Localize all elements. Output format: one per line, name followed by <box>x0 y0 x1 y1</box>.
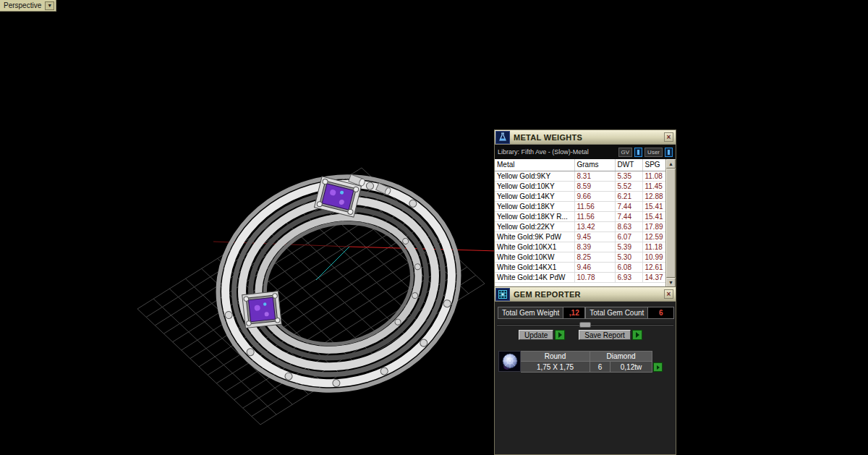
close-icon[interactable]: × <box>664 132 673 142</box>
table-row[interactable]: White Gold:14KX1 9.46 6.08 12.61 <box>495 262 676 272</box>
gem-buttons-row: Update Save Report <box>519 330 676 340</box>
panel-splitter <box>495 321 676 328</box>
gv-indicator-icon[interactable] <box>634 148 642 157</box>
gv-button[interactable]: GV <box>618 148 633 157</box>
total-gem-weight-label: Total Gem Weight <box>498 307 563 319</box>
save-report-play-icon[interactable] <box>632 330 642 340</box>
chevron-down-icon[interactable]: ▼ <box>45 1 54 10</box>
purple-gem <box>249 297 276 321</box>
scrollbar-thumb[interactable] <box>666 169 676 278</box>
gem-value-row[interactable]: 1,75 X 1,75 6 0,12tw <box>521 362 663 373</box>
user-indicator-icon[interactable] <box>665 148 673 157</box>
gem-station-left[interactable] <box>242 292 282 328</box>
col-dwt[interactable]: DWT <box>615 159 642 171</box>
metal-weights-title: METAL WEIGHTS <box>514 133 582 142</box>
gem-type-header[interactable]: Diamond <box>590 351 652 362</box>
total-gem-count-value: 6 <box>648 307 674 319</box>
viewport-tab-label: Perspective <box>4 1 41 9</box>
gem-reporter-icon <box>495 288 510 301</box>
table-row[interactable]: White Gold:10KX1 8.39 5.39 11.18 <box>495 242 676 252</box>
close-icon[interactable]: × <box>664 289 673 299</box>
library-bar: Library: Fifth Ave - (Slow)-Metal GV Use… <box>495 145 676 159</box>
gem-reporter-panel: GEM REPORTER × Total Gem Weight ,12 Tota… <box>494 286 676 455</box>
gem-weight-cell[interactable]: 0,12tw <box>610 362 652 373</box>
update-button[interactable]: Update <box>519 330 553 340</box>
gem-shape-header[interactable]: Round <box>521 351 590 362</box>
table-row[interactable]: Yellow Gold:22KY 13.42 8.63 17.89 <box>495 221 676 231</box>
scroll-up-icon[interactable]: ▲ <box>666 159 676 169</box>
gem-count-cell[interactable]: 6 <box>590 362 610 373</box>
gem-reporter-title: GEM REPORTER <box>514 290 581 299</box>
table-row[interactable]: White Gold:14K PdW 10.78 6.93 14.37 <box>495 272 676 282</box>
col-metal[interactable]: Metal <box>495 159 574 171</box>
save-report-button[interactable]: Save Report <box>579 330 631 340</box>
table-row[interactable]: Yellow Gold:18KY 11.56 7.44 15.41 <box>495 201 676 211</box>
gem-reporter-titlebar[interactable]: GEM REPORTER × <box>495 287 676 302</box>
viewport-3d[interactable] <box>0 0 868 455</box>
vertical-scrollbar[interactable]: ▲ ▼ <box>665 159 676 287</box>
metal-table: Metal Grams DWT SPG Yellow Gold:9KY 8.31… <box>495 159 676 287</box>
user-button[interactable]: User <box>644 148 663 157</box>
gem-stats-row: Total Gem Weight ,12 Total Gem Count 6 <box>498 307 673 319</box>
table-row[interactable]: White Gold:10KW 8.25 5.30 10.99 <box>495 252 676 262</box>
table-row[interactable]: Yellow Gold:10KY 8.59 5.52 11.45 <box>495 181 676 191</box>
table-row[interactable]: Yellow Gold:9KY 8.31 5.35 11.08 <box>495 171 676 181</box>
viewport-tab[interactable]: Perspective ▼ <box>0 0 56 12</box>
metal-table-header[interactable]: Metal Grams DWT SPG <box>495 159 676 171</box>
table-row[interactable]: Yellow Gold:18KY R... 11.56 7.44 15.41 <box>495 211 676 221</box>
metal-table-body: Yellow Gold:9KY 8.31 5.35 11.08 Yellow G… <box>495 171 676 282</box>
table-row[interactable]: White Gold:9K PdW 9.45 6.07 12.59 <box>495 231 676 242</box>
gem-header-row[interactable]: Round Diamond <box>521 351 663 362</box>
gem-thumbnail[interactable] <box>498 351 521 372</box>
gem-row-play-icon[interactable] <box>653 362 663 372</box>
gem-summary-table: Round Diamond 1,75 X 1,75 6 0,12tw <box>498 351 676 373</box>
update-play-icon[interactable] <box>555 330 565 340</box>
table-row[interactable]: Yellow Gold:14KY 9.66 6.21 12.88 <box>495 191 676 201</box>
col-grams[interactable]: Grams <box>574 159 615 171</box>
library-label: Library: Fifth Ave - (Slow)-Metal <box>498 148 616 156</box>
total-gem-weight-value: ,12 <box>563 307 585 319</box>
metal-weights-panel: METAL WEIGHTS × Library: Fifth Ave - (Sl… <box>494 129 676 286</box>
total-gem-count-label: Total Gem Count <box>585 307 648 319</box>
gem-size-cell[interactable]: 1,75 X 1,75 <box>521 362 590 373</box>
metal-weights-titlebar[interactable]: METAL WEIGHTS × <box>495 130 676 145</box>
splitter-handle[interactable] <box>579 322 591 328</box>
metal-weights-icon <box>495 131 510 144</box>
